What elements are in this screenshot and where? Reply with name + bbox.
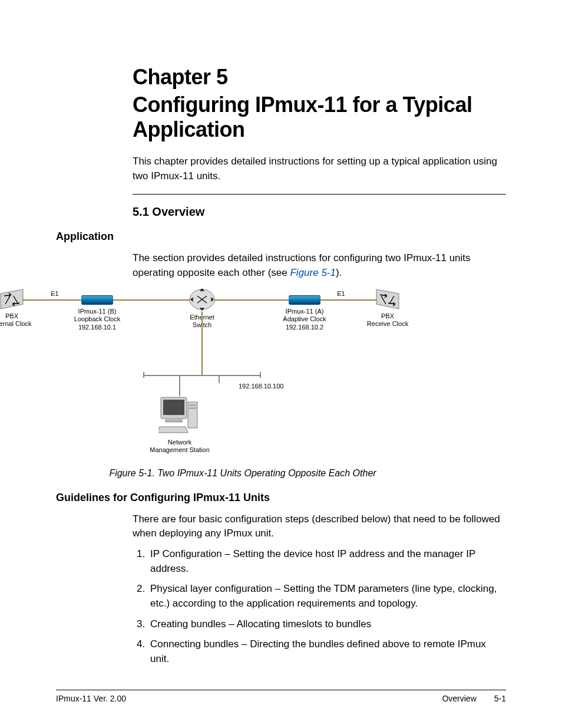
divider — [133, 194, 506, 195]
svg-rect-4 — [163, 400, 184, 415]
list-item: Creating bundles – Allocating timeslots … — [148, 617, 506, 632]
chapter-title: Configuring IPmux-11 for a Typical Appli… — [133, 93, 506, 141]
bus-tick — [260, 372, 261, 378]
link-line — [219, 375, 220, 383]
svg-marker-9 — [158, 427, 188, 433]
network-diagram: PBX Internal Clock E1 IPmux-11 (B) Loopb… — [0, 286, 506, 463]
chapter-intro: This chapter provides detailed instructi… — [133, 154, 506, 183]
footer-section: Overview — [442, 694, 476, 703]
page: Chapter 5 Configuring IPmux-11 for a Typ… — [0, 0, 562, 728]
guidelines-body: There are four basic configuration steps… — [133, 512, 506, 667]
list-item: Connecting bundles – Directing the bundl… — [148, 637, 506, 666]
pbx-icon — [374, 289, 401, 310]
steps-list: IP Configuration – Setting the device ho… — [133, 547, 506, 666]
application-text: The section provides detailed instructio… — [133, 251, 506, 280]
workstation-icon — [158, 396, 201, 437]
nms-ip-label: 192.168.10.100 — [239, 383, 283, 390]
figure-caption: Figure 5-1. Two IPmux-11 Units Operating… — [0, 468, 506, 479]
bus-tick — [143, 372, 144, 378]
pbx-left-label: PBX Internal Clock — [0, 312, 32, 329]
page-footer: IPmux-11 Ver. 2.00 Overview 5-1 — [56, 690, 506, 703]
svg-marker-2 — [376, 289, 399, 309]
link-line — [201, 311, 203, 375]
svg-rect-8 — [189, 407, 196, 409]
content-block: Chapter 5 Configuring IPmux-11 for a Typ… — [133, 65, 506, 219]
ipmux-device-icon — [289, 295, 320, 305]
figure-5-1: PBX Internal Clock E1 IPmux-11 (B) Loopb… — [0, 286, 506, 479]
text: ). — [336, 267, 342, 278]
application-body: The section provides detailed instructio… — [133, 251, 506, 280]
ipmux-a-label: IPmux-11 (A) Adaptive Clock 192.168.10.2 — [283, 308, 326, 332]
list-item: IP Configuration – Setting the device ho… — [148, 547, 506, 576]
link-label-e1-right: E1 — [337, 290, 345, 297]
pbx-right-label: PBX Receive Clock — [367, 312, 408, 329]
list-item: Physical layer configuration – Setting t… — [148, 582, 506, 611]
link-line — [179, 375, 180, 396]
pbx-icon — [0, 289, 25, 310]
link-label-e1-left: E1 — [51, 290, 58, 297]
subheading-application: Application — [56, 230, 506, 243]
chapter-label: Chapter 5 — [133, 65, 506, 89]
svg-rect-7 — [189, 404, 196, 406]
nms-label: Network Management Station — [150, 439, 210, 455]
section-heading: 5.1 Overview — [133, 205, 506, 219]
ipmux-b-label: IPmux-11 (B) Loopback Clock 192.168.10.1 — [74, 308, 120, 332]
footer-page-number: 5-1 — [494, 694, 506, 703]
ethernet-switch-icon — [189, 288, 216, 311]
bus-line — [143, 375, 261, 376]
ipmux-device-icon — [81, 295, 113, 305]
svg-rect-5 — [166, 420, 182, 422]
svg-marker-0 — [1, 289, 23, 309]
subheading-guidelines: Guidelines for Configuring IPmux-11 Unit… — [56, 492, 506, 504]
figure-reference-link[interactable]: Figure 5-1 — [290, 267, 335, 278]
footer-product: IPmux-11 Ver. 2.00 — [56, 694, 126, 703]
guidelines-intro: There are four basic configuration steps… — [133, 512, 506, 541]
